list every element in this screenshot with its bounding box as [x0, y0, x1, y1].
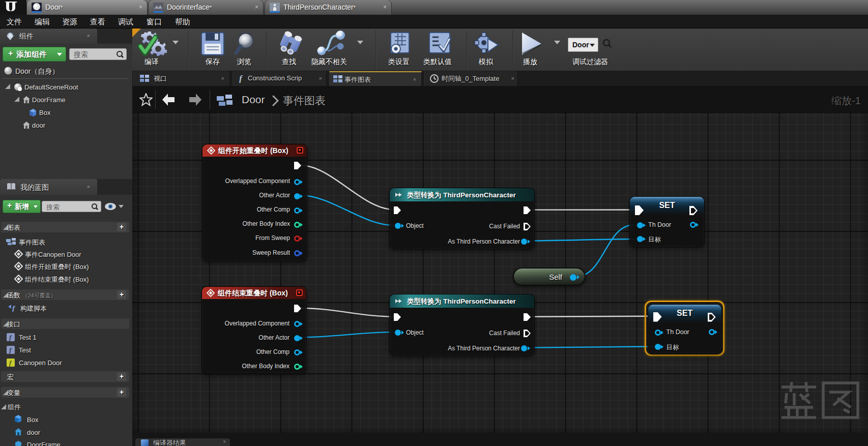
- svg-text:f: f: [12, 304, 16, 312]
- svg-text:f: f: [239, 74, 243, 83]
